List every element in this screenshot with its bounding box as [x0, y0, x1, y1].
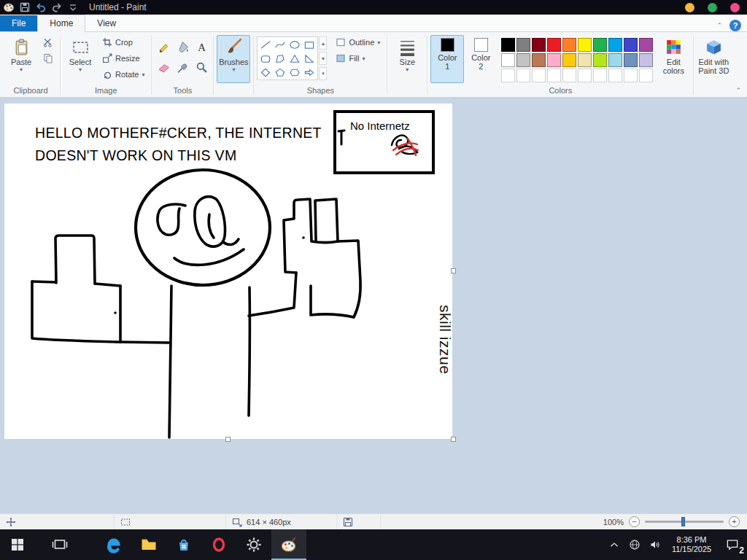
- canvas-resize-handle-corner[interactable]: [451, 437, 456, 442]
- rotate-button[interactable]: Rotate ▾: [98, 67, 148, 82]
- color1-button[interactable]: Color 1: [430, 35, 464, 83]
- canvas-resize-handle-right[interactable]: [451, 268, 456, 273]
- edit-with-paint3d-button[interactable]: Edit with Paint 3D: [697, 35, 730, 83]
- magnifier-tool-button[interactable]: [193, 58, 210, 77]
- collapse-ribbon-button[interactable]: ⌃: [735, 87, 741, 94]
- shapes-scroll-down-button[interactable]: ▼: [319, 52, 327, 65]
- redo-button[interactable]: [51, 1, 63, 13]
- size-button[interactable]: Size ▾: [390, 35, 424, 83]
- volume-button[interactable]: [645, 529, 665, 560]
- help-button[interactable]: ?: [729, 20, 741, 31]
- palette-swatch[interactable]: [593, 53, 607, 67]
- color2-button[interactable]: Color 2: [464, 35, 498, 83]
- start-button[interactable]: [0, 529, 35, 560]
- palette-swatch[interactable]: [578, 53, 592, 67]
- right-arrow-shape-button[interactable]: [302, 66, 317, 79]
- hexagon-shape-button[interactable]: [287, 66, 302, 79]
- taskbar-file-explorer-button[interactable]: [131, 529, 166, 560]
- brushes-button[interactable]: Brushes ▾: [217, 35, 250, 83]
- close-button[interactable]: [730, 3, 740, 12]
- palette-swatch[interactable]: [562, 38, 576, 52]
- palette-swatch[interactable]: [624, 53, 638, 67]
- paste-button[interactable]: Paste ▾: [4, 35, 38, 83]
- taskbar-edge-button[interactable]: [96, 529, 131, 560]
- oval-shape-button[interactable]: [287, 38, 302, 52]
- palette-swatch[interactable]: [532, 38, 546, 52]
- curve-shape-button[interactable]: [273, 38, 287, 52]
- undo-button[interactable]: [35, 1, 47, 13]
- pencil-tool-button[interactable]: [155, 37, 172, 56]
- minimize-ribbon-button[interactable]: ⌃: [716, 22, 722, 29]
- palette-swatch-empty[interactable]: [578, 69, 592, 82]
- palette-swatch[interactable]: [547, 38, 561, 52]
- taskbar-store-button[interactable]: [166, 529, 201, 560]
- palette-swatch-empty[interactable]: [608, 69, 622, 82]
- palette-swatch-empty[interactable]: [532, 69, 546, 82]
- action-center-button[interactable]: 2: [718, 529, 747, 560]
- shapes-more-button[interactable]: ▾: [319, 67, 327, 80]
- polygon-shape-button[interactable]: [273, 52, 287, 66]
- palette-swatch[interactable]: [501, 53, 515, 67]
- outline-button[interactable]: Outline ▾: [332, 35, 384, 50]
- copy-button[interactable]: [39, 51, 57, 66]
- resize-button[interactable]: Resize: [98, 51, 148, 66]
- tab-view[interactable]: View: [85, 15, 128, 31]
- network-button[interactable]: [624, 529, 645, 560]
- palette-swatch-empty[interactable]: [501, 69, 515, 82]
- zoom-in-button[interactable]: +: [729, 516, 740, 527]
- crop-button[interactable]: Crop: [98, 35, 148, 50]
- select-button[interactable]: Select ▾: [63, 35, 97, 83]
- palette-swatch[interactable]: [562, 53, 576, 67]
- right-triangle-shape-button[interactable]: [302, 52, 317, 66]
- palette-swatch[interactable]: [608, 53, 622, 67]
- cut-button[interactable]: [39, 35, 57, 50]
- pentagon-shape-button[interactable]: [273, 66, 287, 79]
- palette-swatch[interactable]: [608, 38, 622, 52]
- save-button[interactable]: [19, 1, 31, 13]
- rectangle-shape-button[interactable]: [302, 38, 317, 52]
- color-picker-tool-button[interactable]: [174, 58, 191, 77]
- tab-file[interactable]: File: [0, 15, 37, 31]
- palette-swatch[interactable]: [593, 38, 607, 52]
- palette-swatch[interactable]: [639, 53, 653, 67]
- zoom-out-button[interactable]: −: [629, 516, 640, 527]
- taskbar-settings-button[interactable]: [236, 529, 271, 560]
- zoom-slider-thumb[interactable]: [681, 517, 685, 526]
- palette-swatch-empty[interactable]: [593, 69, 607, 82]
- palette-swatch-empty[interactable]: [547, 69, 561, 82]
- taskbar-clock[interactable]: 8:36 PM 11/15/2025: [665, 535, 718, 554]
- palette-swatch[interactable]: [516, 38, 530, 52]
- customize-qat-button[interactable]: [67, 1, 79, 13]
- minimize-button[interactable]: [685, 3, 694, 12]
- taskbar-paint-button[interactable]: [271, 529, 306, 560]
- triangle-shape-button[interactable]: [287, 52, 302, 66]
- palette-swatch[interactable]: [578, 38, 592, 52]
- palette-swatch[interactable]: [639, 38, 653, 52]
- eraser-tool-button[interactable]: [155, 58, 172, 77]
- palette-swatch-empty[interactable]: [562, 69, 576, 82]
- palette-swatch[interactable]: [547, 53, 561, 67]
- maximize-button[interactable]: [708, 3, 717, 12]
- tab-home[interactable]: Home: [37, 15, 85, 32]
- palette-swatch-empty[interactable]: [516, 69, 530, 82]
- tray-expand-button[interactable]: [604, 529, 624, 560]
- shapes-scroll-up-button[interactable]: ▲: [319, 36, 327, 50]
- palette-swatch[interactable]: [624, 38, 638, 52]
- line-shape-button[interactable]: [258, 38, 273, 52]
- fill-tool-button[interactable]: [174, 37, 191, 56]
- task-view-button[interactable]: [42, 529, 77, 560]
- zoom-slider[interactable]: [645, 521, 724, 523]
- rounded-rectangle-shape-button[interactable]: [258, 52, 273, 66]
- fill-button[interactable]: Fill ▾: [332, 51, 384, 66]
- palette-swatch-empty[interactable]: [624, 69, 638, 82]
- palette-swatch[interactable]: [501, 38, 515, 52]
- palette-swatch[interactable]: [532, 53, 546, 67]
- drawing-canvas[interactable]: HELLO MOTHERF#CKER, THE INTERNET DOESN'T…: [4, 104, 452, 439]
- canvas-resize-handle-bottom[interactable]: [225, 437, 231, 442]
- palette-swatch-empty[interactable]: [639, 69, 653, 82]
- palette-swatch[interactable]: [516, 53, 530, 67]
- taskbar-opera-button[interactable]: [201, 529, 236, 560]
- diamond-shape-button[interactable]: [258, 66, 273, 79]
- text-tool-button[interactable]: A: [193, 37, 210, 56]
- edit-colors-button[interactable]: Edit colors: [657, 35, 690, 83]
